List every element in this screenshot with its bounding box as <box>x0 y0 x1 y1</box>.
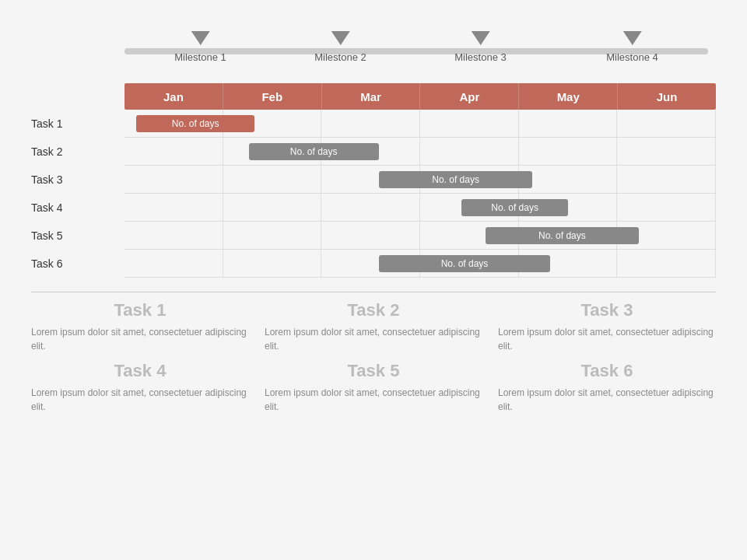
gantt-cell <box>519 194 618 221</box>
gantt-row: No. of days <box>124 250 716 278</box>
gantt-cell <box>519 110 618 137</box>
task-info-title: Task 5 <box>265 361 482 381</box>
milestone: Milestone 1 <box>174 31 226 63</box>
gantt-cell <box>124 194 223 221</box>
gantt-cell <box>519 166 618 193</box>
milestones-section: Milestone 1 Milestone 2 Milestone 3 Mile… <box>124 31 708 82</box>
task-info-desc: Lorem ipsum dolor sit amet, consectetuer… <box>31 325 249 353</box>
milestone: Milestone 2 <box>314 31 366 63</box>
milestone: Milestone 3 <box>454 31 506 63</box>
task-label: Task 4 <box>31 194 124 222</box>
milestone-label: Milestone 4 <box>606 51 658 63</box>
gantt-cell <box>321 110 420 137</box>
gantt-row: No. of days <box>124 194 716 222</box>
divider <box>31 292 716 292</box>
task-label: Task 1 <box>31 110 124 138</box>
gantt-cell <box>420 194 519 221</box>
task-labels: Task 1Task 2Task 3Task 4Task 5Task 6 <box>31 83 124 278</box>
page: Milestone 1 Milestone 2 Milestone 3 Mile… <box>0 0 747 560</box>
task-label: Task 3 <box>31 166 124 194</box>
task-info-grid: Task 1 Lorem ipsum dolor sit amet, conse… <box>31 300 716 414</box>
task-label: Task 6 <box>31 250 124 278</box>
task-label-header <box>31 83 124 110</box>
gantt-cell <box>420 222 519 249</box>
task-info-title: Task 1 <box>31 300 249 320</box>
milestone-arrow <box>331 31 349 45</box>
gantt-month-header: Mar <box>322 83 421 110</box>
gantt-cell <box>617 110 716 137</box>
gantt-row: No. of days <box>124 138 716 166</box>
gantt-cell <box>124 222 223 249</box>
gantt-cell <box>321 250 420 277</box>
task-info-item: Task 4 Lorem ipsum dolor sit amet, conse… <box>31 361 249 414</box>
gantt-month-header: Feb <box>223 83 322 110</box>
milestone-label: Milestone 1 <box>174 51 226 63</box>
task-info-title: Task 2 <box>265 300 482 320</box>
gantt-body: No. of daysNo. of daysNo. of daysNo. of … <box>124 110 716 278</box>
gantt-cell <box>321 138 420 165</box>
gantt-cell <box>223 110 322 137</box>
task-info-item: Task 2 Lorem ipsum dolor sit amet, conse… <box>265 300 482 353</box>
milestone-arrow <box>471 31 489 45</box>
task-info-desc: Lorem ipsum dolor sit amet, consectetuer… <box>31 386 249 414</box>
task-info-title: Task 6 <box>498 361 716 381</box>
gantt-cell <box>223 194 322 221</box>
gantt-row: No. of days <box>124 166 716 194</box>
gantt-cell <box>420 138 519 165</box>
milestone: Milestone 4 <box>606 31 658 63</box>
gantt-cell <box>223 166 322 193</box>
gantt-cell <box>124 110 223 137</box>
task-info-item: Task 5 Lorem ipsum dolor sit amet, conse… <box>265 361 482 414</box>
task-info-item: Task 6 Lorem ipsum dolor sit amet, conse… <box>498 361 716 414</box>
task-label: Task 2 <box>31 138 124 166</box>
gantt-cell <box>617 194 716 221</box>
gantt-month-header: May <box>519 83 618 110</box>
gantt-month-header: Jan <box>124 83 223 110</box>
task-info-desc: Lorem ipsum dolor sit amet, consectetuer… <box>265 386 482 414</box>
task-label: Task 5 <box>31 222 124 250</box>
gantt-cell <box>420 250 519 277</box>
gantt-cell <box>617 138 716 165</box>
milestone-label: Milestone 3 <box>454 51 506 63</box>
gantt-cell <box>617 166 716 193</box>
gantt-cell <box>321 166 420 193</box>
gantt-cell <box>519 222 618 249</box>
gantt-cell <box>124 138 223 165</box>
gantt-cell <box>321 194 420 221</box>
gantt-row: No. of days <box>124 222 716 250</box>
task-info-item: Task 3 Lorem ipsum dolor sit amet, conse… <box>498 300 716 353</box>
milestone-label: Milestone 2 <box>314 51 366 63</box>
gantt-month-header: Apr <box>420 83 519 110</box>
gantt-cell <box>617 222 716 249</box>
task-info-title: Task 3 <box>498 300 716 320</box>
milestone-arrow <box>622 31 641 45</box>
gantt-cell <box>321 222 420 249</box>
gantt-grid: JanFebMarAprMayJun No. of daysNo. of day… <box>124 83 716 278</box>
gantt-row: No. of days <box>124 110 716 138</box>
gantt-section: Task 1Task 2Task 3Task 4Task 5Task 6 Jan… <box>31 83 716 278</box>
gantt-cell <box>124 250 223 277</box>
gantt-cell <box>124 166 223 193</box>
gantt-month-header: Jun <box>618 83 716 110</box>
task-info-item: Task 1 Lorem ipsum dolor sit amet, conse… <box>31 300 249 353</box>
gantt-cell <box>617 250 716 277</box>
gantt-cell <box>223 138 322 165</box>
milestone-arrow <box>191 31 209 45</box>
task-info-title: Task 4 <box>31 361 249 381</box>
gantt-header: JanFebMarAprMayJun <box>124 83 716 110</box>
gantt-cell <box>519 138 618 165</box>
task-info-desc: Lorem ipsum dolor sit amet, consectetuer… <box>498 386 716 414</box>
task-info-desc: Lorem ipsum dolor sit amet, consectetuer… <box>265 325 482 353</box>
gantt-cell <box>223 250 322 277</box>
gantt-cell <box>223 222 322 249</box>
task-info-desc: Lorem ipsum dolor sit amet, consectetuer… <box>498 325 716 353</box>
gantt-cell <box>420 110 519 137</box>
gantt-cell <box>420 166 519 193</box>
gantt-cell <box>519 250 618 277</box>
